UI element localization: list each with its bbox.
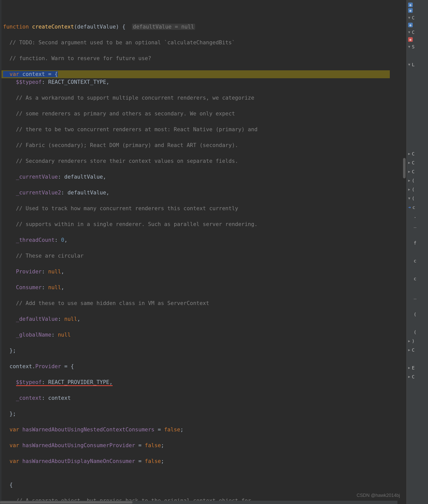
code-line: // some renderers as primary and others … [3,110,397,118]
structure-item[interactable]: ▶E [407,363,428,372]
structure-label: C [412,346,414,354]
structure-item[interactable]: _ [407,221,428,230]
structure-item[interactable]: . [407,212,428,221]
gutter [0,0,2,501]
structure-item[interactable]: ( [407,328,428,337]
code-line: }; [3,410,397,418]
chevron-right-icon: ▶ [408,150,410,158]
structure-item[interactable]: ▼( [407,194,428,203]
structure-item[interactable]: o [407,22,428,28]
chevron-right-icon: ▶ [408,185,410,193]
structure-item[interactable] [407,230,428,238]
structure-item[interactable]: ▶C [407,372,428,381]
structure-item[interactable] [407,123,428,131]
chevron-right-icon: ▶ [408,373,410,381]
structure-label: S [412,43,414,51]
code-line-underlined: $$typeof: REACT_PROVIDER_TYPE, [3,378,397,386]
structure-item[interactable] [407,51,428,60]
structure-label: _ [408,221,417,229]
structure-label: C [412,150,414,158]
code-line: _context: context [3,394,397,402]
structure-item[interactable]: ▶( [407,176,428,185]
inline-hint: defaultValue = null [132,24,195,30]
structure-item[interactable] [407,78,428,87]
code-line: function createContext(defaultValue) { d… [3,23,397,31]
chevron-down-icon: ▼ [408,28,410,36]
structure-item[interactable] [407,140,428,149]
structure-label: . [408,212,417,220]
structure-item[interactable]: ▼L [407,60,428,69]
structure-label: c [408,275,417,283]
structure-item[interactable] [407,131,428,140]
chevron-down-icon: ▼ [408,61,410,69]
horizontal-scrollbar-thumb[interactable] [0,501,132,503]
structure-label: ( [408,328,417,336]
chevron-right-icon: ▶ [408,337,410,345]
object-icon: o [408,23,413,27]
code-line: // Fabric (secondary); React DOM (primar… [3,141,397,149]
code-line: // Add these to use same hidden class in… [3,299,397,307]
structure-item[interactable]: ▶) [407,337,428,346]
code-line: // As a workaround to support multiple c… [3,94,397,102]
structure-item[interactable]: ▶( [407,185,428,194]
structure-item[interactable]: ➔c [407,203,428,212]
structure-item[interactable]: f [407,238,428,247]
code-line: // Secondary renderers store their conte… [3,157,397,165]
structure-item[interactable] [407,105,428,114]
object-icon: o [408,37,413,42]
watermark-text: CSDN @hawk2014bj [357,492,400,499]
structure-item[interactable]: ▶C [407,158,428,167]
structure-item[interactable]: c [407,256,428,265]
code-line: _threadCount: 0, [3,236,397,244]
structure-item[interactable]: ▶C [407,167,428,176]
chevron-down-icon: ▼ [408,43,410,51]
structure-label: f [408,239,417,247]
structure-item[interactable] [407,114,428,123]
structure-sidebar[interactable]: oo▼Co▼Co▼S ▼L ▶C▶C▶C▶(▶(▼(➔c . _ f c c _… [406,0,428,504]
structure-label: C [412,168,414,176]
structure-label: C [412,373,414,381]
structure-item[interactable] [407,283,428,292]
structure-item[interactable]: ▼S [407,42,428,51]
code-line: _defaultValue: null, [3,315,397,323]
code-line: $$typeof: REACT_CONTEXT_TYPE, [3,78,397,86]
structure-item[interactable] [407,301,428,310]
code-line: // These are circular [3,252,397,260]
code-line: // supports within in a single renderer.… [3,220,397,228]
structure-item[interactable] [407,354,428,363]
code-line: // A separate object, but proxies back t… [3,497,397,501]
code-line: }; [3,347,397,355]
horizontal-scrollbar[interactable] [0,501,397,504]
structure-label: c [408,257,417,265]
structure-item[interactable]: ▶C [407,346,428,354]
structure-item[interactable]: o [407,37,428,42]
chevron-down-icon: ▼ [408,194,410,202]
structure-item[interactable] [407,247,428,256]
structure-item[interactable] [407,87,428,96]
structure-item[interactable] [407,69,428,78]
code-line: _currentValue: defaultValue, [3,173,397,181]
chevron-right-icon: ▶ [408,168,410,176]
code-line: Consumer: null, [3,284,397,291]
structure-item[interactable] [407,96,428,105]
structure-item[interactable]: ( [407,310,428,319]
code-line: Provider: null, [3,268,397,276]
code-line: _currentValue2: defaultValue, [3,189,397,197]
structure-item[interactable] [407,265,428,274]
structure-item[interactable]: ▶C [407,149,428,158]
structure-item[interactable]: _ [407,292,428,301]
structure-item[interactable]: c [407,274,428,283]
code-editor[interactable]: function createContext(defaultValue) { d… [0,0,397,501]
structure-item[interactable] [407,319,428,328]
current-frame-icon: ➔ [408,203,411,211]
vertical-scrollbar-thumb[interactable] [403,158,406,178]
structure-item[interactable]: o [407,8,428,13]
chevron-right-icon: ▶ [408,364,410,372]
code-line: { [3,481,397,489]
structure-label: c [412,203,415,211]
chevron-right-icon: ▶ [408,346,410,354]
structure-label: ) [412,337,414,345]
code-line: // Used to track how many concurrent ren… [3,205,397,213]
structure-label: ( [412,185,414,193]
code-line: var hasWarnedAboutUsingNestedContextCons… [3,426,397,434]
